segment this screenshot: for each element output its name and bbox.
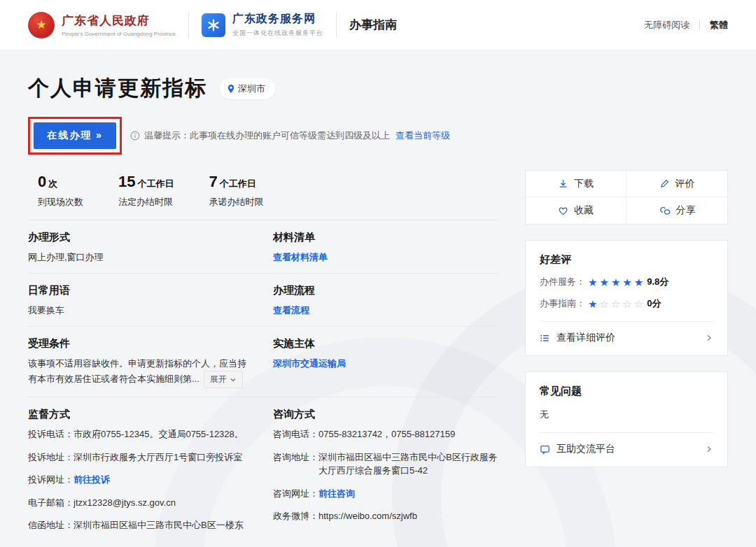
rating-title: 好差评 [540, 253, 713, 267]
score-guide: 0分 [647, 297, 661, 310]
portal-subtitle: 全国一体化在线政务服务平台 [232, 29, 323, 38]
download-icon [558, 178, 568, 189]
page-section-title: 办事指南 [349, 17, 397, 33]
divider [699, 20, 700, 29]
info-row-2: 日常用语 我要换车 办理流程 查看流程 [28, 274, 498, 326]
stat-statutory-limit: 15个工作日 法定办结时限 [118, 173, 174, 208]
action-row: 在线办理 » 温馨提示：此事项在线办理的账户可信等级需达到四级及以上 查看当前等… [28, 117, 728, 155]
share-icon [659, 206, 671, 215]
section-processing-form: 办理形式 网上办理,窗口办理 [28, 231, 273, 264]
annotation-highlight-box: 在线办理 » [28, 117, 122, 155]
header: ★ 广东省人民政府 People's Government of Guangdo… [0, 0, 756, 50]
materials-list-link[interactable]: 查看材料清单 [273, 252, 328, 262]
complaint-address: 投诉地址： 深圳市行政服务大厅西厅1号窗口旁投诉室 [28, 450, 252, 464]
brand-area: ★ 广东省人民政府 People's Government of Guangdo… [28, 12, 397, 38]
mail-address: 信函地址： 深圳市福田区福中三路市民中心B区一楼东 [28, 518, 252, 532]
consult-phone: 咨询电话： 0755-83213742，0755-88127159 [273, 427, 498, 441]
city-badge[interactable]: 深圳市 [220, 78, 275, 99]
stat-promised-limit: 7个工作日 承诺办结时限 [209, 173, 263, 208]
quick-actions: 下载 评价 收藏 分享 [525, 170, 728, 225]
location-pin-icon [227, 84, 235, 94]
faq-empty-text: 无 [540, 409, 713, 421]
list-icon [540, 333, 550, 343]
download-button[interactable]: 下载 [526, 171, 626, 197]
info-row-4: 监督方式 投诉电话： 市政府0755-12345。交通局0755-12328。 … [28, 397, 498, 547]
faq-card: 常见问题 无 互助交流平台 [525, 371, 728, 467]
consult-address: 咨询地址： 深圳市福田区福中三路市民中心B区行政服务大厅西厅综合服务窗口5-42 [273, 450, 498, 478]
rating-card: 好差评 办件服务： ★★★★★ 9.8分 办事指南： ★☆☆☆☆ 0分 查看详细… [525, 240, 728, 356]
gov-name: 广东省人民政府 [62, 13, 176, 29]
divider [188, 12, 189, 38]
favorite-button[interactable]: 收藏 [526, 197, 626, 224]
email: 电子邮箱： jtzx12328@jtys.sz.gov.cn [28, 496, 252, 510]
go-consult-link[interactable]: 前往咨询 [318, 487, 355, 501]
tip-bar: 温馨提示：此事项在线办理的账户可信等级需达到四级及以上 查看当前等级 [130, 129, 450, 142]
accessibility-link[interactable]: 无障碍阅读 [644, 19, 690, 31]
section-acceptance-conditions: 受理条件 该事项不适用容缺收件。申请更新指标的个人，应当持有本市有效居住证或者符… [28, 337, 273, 388]
chat-icon [540, 444, 550, 455]
divider [540, 432, 713, 433]
gov-subtitle: People's Government of Guangdong Provinc… [62, 31, 176, 37]
section-implementing-agency: 实施主体 深圳市交通运输局 [273, 337, 498, 388]
sidebar: 下载 评价 收藏 分享 [525, 170, 728, 467]
rating-row-guide: 办事指南： ★☆☆☆☆ 0分 [540, 297, 713, 310]
city-badge-label: 深圳市 [238, 83, 265, 95]
online-apply-button[interactable]: 在线办理 » [34, 122, 116, 149]
page-title: 个人申请更新指标 [28, 74, 207, 103]
stats-row: 0次 到现场次数 15个工作日 法定办结时限 7个工作日 承诺办结时限 [28, 170, 498, 220]
header-utility: 无障碍阅读 繁體 [644, 19, 728, 31]
divider [336, 12, 337, 38]
process-link[interactable]: 查看流程 [273, 305, 309, 315]
consult-website: 咨询网址： 前往咨询 [273, 487, 498, 501]
pencil-icon [659, 178, 670, 189]
portal-logo-icon [202, 13, 225, 37]
rating-row-service: 办件服务： ★★★★★ 9.8分 [540, 276, 713, 288]
stars-service: ★★★★★ [588, 277, 645, 287]
detail-evaluation-link[interactable]: 查看详细评价 [540, 332, 713, 344]
expand-button[interactable]: 展开 [204, 371, 243, 388]
chevron-right-icon [705, 334, 713, 342]
gov-weibo: 政务微博： https://weibo.com/szjwfb [273, 509, 498, 523]
title-row: 个人申请更新指标 深圳市 [28, 74, 728, 103]
section-process: 办理流程 查看流程 [273, 284, 498, 318]
complaint-website: 投诉网址： 前往投诉 [28, 473, 252, 487]
info-row-3: 受理条件 该事项不适用容缺收件。申请更新指标的个人，应当持有本市有效居住证或者符… [28, 327, 498, 397]
score-service: 9.8分 [647, 276, 668, 288]
chevron-right-icon [705, 445, 713, 453]
section-consultation: 咨询方式 咨询电话： 0755-83213742，0755-88127159 咨… [273, 408, 498, 541]
national-emblem-icon: ★ [28, 12, 55, 38]
agency-link[interactable]: 深圳市交通运输局 [273, 358, 346, 369]
section-daily-term: 日常用语 我要换车 [28, 284, 273, 318]
complaint-phone: 投诉电话： 市政府0755-12345。交通局0755-12328。 [28, 427, 252, 441]
tip-text: 温馨提示：此事项在线办理的账户可信等级需达到四级及以上 [144, 129, 390, 142]
info-icon [130, 131, 140, 141]
check-level-link[interactable]: 查看当前等级 [396, 129, 450, 142]
stars-guide: ★☆☆☆☆ [588, 299, 645, 309]
heart-icon [558, 206, 568, 216]
main-content: 个人申请更新指标 深圳市 在线办理 » 温馨提示：此事项在线办理的账户可信等级需… [0, 74, 756, 547]
faq-title: 常见问题 [540, 385, 713, 398]
divider [540, 321, 713, 322]
go-complain-link[interactable]: 前往投诉 [74, 473, 110, 487]
mutual-help-platform-link[interactable]: 互助交流平台 [540, 443, 713, 455]
section-materials: 材料清单 查看材料清单 [273, 231, 498, 264]
evaluate-button[interactable]: 评价 [626, 171, 727, 197]
detail-panel: 0次 到现场次数 15个工作日 法定办结时限 7个工作日 承诺办结时限 办理形式… [28, 170, 498, 547]
portal-name: 广东政务服务网 [232, 12, 323, 27]
info-row-1: 办理形式 网上办理,窗口办理 材料清单 查看材料清单 [28, 220, 498, 273]
stat-visits: 0次 到现场次数 [38, 173, 83, 208]
traditional-chinese-toggle[interactable]: 繁體 [710, 19, 728, 31]
chevron-down-icon [230, 376, 237, 383]
section-supervision: 监督方式 投诉电话： 市政府0755-12345。交通局0755-12328。 … [28, 408, 273, 541]
share-button[interactable]: 分享 [626, 197, 727, 224]
